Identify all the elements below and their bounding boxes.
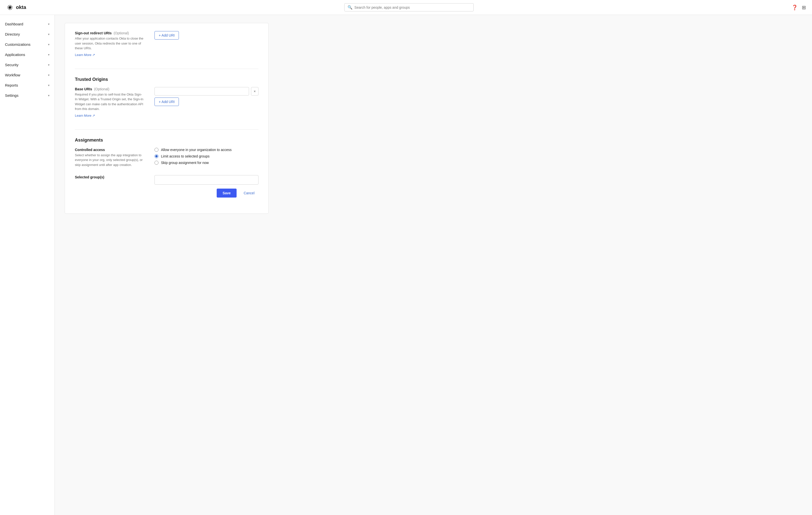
selected-groups-control-col [154, 175, 259, 184]
controlled-access-row: Controlled access Select whether to assi… [75, 148, 259, 169]
controlled-access-control-col: Allow everyone in your organization to a… [154, 148, 259, 169]
selected-groups-label: Selected group(s) [75, 175, 145, 179]
controlled-access-description: Select whether to assign the app integra… [75, 153, 145, 167]
sign-out-learn-more-link[interactable]: Learn More ↗ [75, 53, 95, 57]
selected-groups-input[interactable] [154, 175, 259, 184]
chevron-down-icon: ▾ [48, 53, 50, 56]
sidebar-item-settings[interactable]: Settings ▾ [0, 90, 55, 101]
sidebar-label-applications: Applications [5, 53, 25, 57]
action-row: Save Cancel [75, 184, 259, 198]
controlled-access-label: Controlled access [75, 148, 145, 152]
base-uris-field-label: Base URIs (Optional) [75, 87, 145, 91]
sidebar-label-settings: Settings [5, 93, 19, 97]
selected-groups-row: Selected group(s) [75, 175, 259, 184]
search-input[interactable] [354, 5, 470, 9]
main-content: Sign-out redirect URIs (Optional) After … [55, 15, 812, 515]
sidebar-item-applications[interactable]: Applications ▾ [0, 50, 55, 60]
sidebar-label-workflow: Workflow [5, 73, 20, 77]
chevron-down-icon: ▾ [48, 84, 50, 87]
chevron-down-icon: ▾ [48, 43, 50, 46]
chevron-down-icon: ▾ [48, 33, 50, 36]
base-uris-input-row: × [154, 87, 259, 95]
layout: Dashboard ▾ Directory ▾ Customizations ▾… [0, 15, 812, 515]
chevron-down-icon: ▾ [48, 22, 50, 26]
grid-icon[interactable]: ⊞ [802, 4, 806, 10]
chevron-down-icon: ▾ [48, 94, 50, 97]
base-uris-field-row: Base URIs (Optional) Required if you pla… [75, 87, 259, 117]
base-uris-input[interactable] [154, 87, 249, 95]
radio-skip-input[interactable] [154, 161, 158, 165]
trusted-origins-section: Trusted Origins Base URIs (Optional) Req… [75, 77, 259, 130]
base-uris-clear-button[interactable]: × [251, 87, 259, 95]
save-button[interactable]: Save [217, 189, 237, 198]
chevron-down-icon: ▾ [48, 63, 50, 67]
sidebar-item-workflow[interactable]: Workflow ▾ [0, 70, 55, 80]
base-uris-description: Required if you plan to self-host the Ok… [75, 92, 145, 111]
radio-everyone-input[interactable] [154, 148, 158, 152]
sidebar-label-customizations: Customizations [5, 42, 31, 47]
cancel-button[interactable]: Cancel [239, 189, 259, 198]
assignments-title: Assignments [75, 138, 259, 143]
sign-out-description: After your application contacts Okta to … [75, 36, 145, 51]
svg-point-0 [9, 6, 11, 9]
sidebar-label-reports: Reports [5, 83, 18, 87]
base-uris-learn-more-link[interactable]: Learn More ↗ [75, 114, 95, 117]
search-bar[interactable]: 🔍 [344, 3, 474, 11]
okta-sunburst-icon [6, 3, 14, 11]
sidebar-label-directory: Directory [5, 32, 20, 36]
sidebar-item-security[interactable]: Security ▾ [0, 60, 55, 70]
sidebar-item-directory[interactable]: Directory ▾ [0, 29, 55, 39]
access-radio-group: Allow everyone in your organization to a… [154, 148, 259, 165]
controlled-access-label-col: Controlled access Select whether to assi… [75, 148, 145, 169]
search-icon: 🔍 [348, 5, 352, 10]
base-uris-add-uri-button[interactable]: + Add URI [154, 97, 179, 106]
trusted-origins-title: Trusted Origins [75, 77, 259, 82]
okta-logo: okta [6, 3, 26, 11]
header: okta 🔍 ❓ ⊞ [0, 0, 812, 15]
radio-selected-groups[interactable]: Limit access to selected groups [154, 154, 259, 158]
sidebar-item-customizations[interactable]: Customizations ▾ [0, 39, 55, 50]
header-right: ❓ ⊞ [792, 4, 806, 10]
chevron-down-icon: ▾ [48, 74, 50, 77]
header-left: okta [6, 3, 26, 11]
base-uris-label-col: Base URIs (Optional) Required if you pla… [75, 87, 145, 117]
radio-skip[interactable]: Skip group assignment for now [154, 161, 259, 165]
sidebar-item-reports[interactable]: Reports ▾ [0, 80, 55, 90]
external-link-icon: ↗ [92, 114, 95, 117]
sign-out-field-row: Sign-out redirect URIs (Optional) After … [75, 31, 259, 57]
sign-out-add-uri-button[interactable]: + Add URI [154, 31, 179, 39]
base-uris-control-col: × + Add URI [154, 87, 259, 117]
radio-selected-groups-input[interactable] [154, 154, 158, 158]
radio-everyone[interactable]: Allow everyone in your organization to a… [154, 148, 259, 152]
sign-out-label-col: Sign-out redirect URIs (Optional) After … [75, 31, 145, 57]
okta-logo-text: okta [16, 4, 26, 10]
form-card: Sign-out redirect URIs (Optional) After … [65, 23, 269, 214]
sidebar: Dashboard ▾ Directory ▾ Customizations ▾… [0, 15, 55, 515]
sign-out-redirect-section: Sign-out redirect URIs (Optional) After … [75, 31, 259, 69]
sidebar-label-security: Security [5, 63, 19, 67]
sign-out-field-label: Sign-out redirect URIs (Optional) [75, 31, 145, 35]
assignments-section: Assignments Controlled access Select whe… [75, 138, 259, 206]
sidebar-item-dashboard[interactable]: Dashboard ▾ [0, 19, 55, 29]
selected-groups-label-col: Selected group(s) [75, 175, 145, 184]
help-icon[interactable]: ❓ [792, 4, 798, 10]
sign-out-control-col: + Add URI [154, 31, 259, 57]
sidebar-label-dashboard: Dashboard [5, 22, 23, 26]
external-link-icon: ↗ [92, 53, 95, 57]
